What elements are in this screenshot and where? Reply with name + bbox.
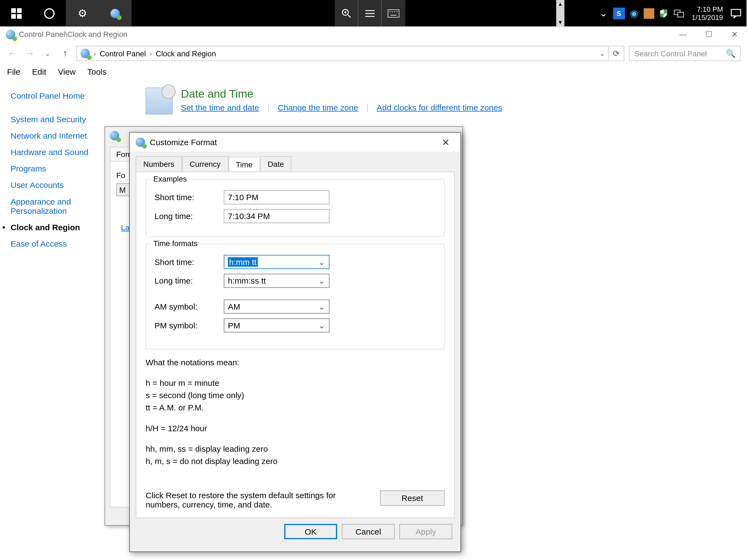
tray-network-icon[interactable]	[673, 7, 685, 19]
long-time-format-select[interactable]: h:mm:ss tt	[224, 274, 330, 288]
accessibility-toolbar	[335, 0, 405, 27]
clock-time: 7:10 PM	[692, 5, 723, 13]
dialog-button-row: OK Cancel Apply	[130, 518, 460, 545]
cortana-button[interactable]	[33, 0, 66, 27]
long-time-example-value: 7:10:34 PM	[224, 209, 330, 223]
tray-eye-icon[interactable]: ◉	[628, 7, 640, 19]
region-dialog-icon	[110, 131, 119, 140]
tab-numbers[interactable]: Numbers	[136, 156, 182, 172]
forward-button[interactable]: →	[24, 48, 36, 59]
sidebar-item-system[interactable]: System and Security	[11, 111, 128, 127]
link-set-time[interactable]: Set the time and date	[181, 103, 259, 112]
action-center-icon[interactable]	[730, 7, 742, 19]
short-time-format-label: Short time:	[154, 257, 224, 266]
svg-rect-19	[660, 13, 664, 17]
address-dropdown-icon[interactable]: ⌄	[600, 50, 605, 57]
tray-chevron-icon[interactable]: ⌄	[598, 7, 610, 19]
short-time-format-select[interactable]: h:mm tt	[224, 255, 330, 269]
ok-button[interactable]: OK	[284, 524, 337, 539]
long-time-format-label: Long time:	[154, 276, 224, 285]
svg-rect-22	[731, 9, 741, 16]
apply-button[interactable]: Apply	[400, 524, 452, 539]
am-symbol-select[interactable]: AM	[224, 299, 330, 314]
address-icon	[80, 49, 90, 58]
menu-edit[interactable]: Edit	[32, 67, 46, 76]
calendar-clock-icon	[146, 87, 173, 114]
examples-fieldset: Examples Short time: 7:10 PM Long time: …	[146, 179, 445, 237]
magnifier-icon[interactable]	[335, 0, 358, 27]
system-tray: ⌄ S ◉ 7:10 PM 1/15/2019	[598, 0, 746, 27]
customize-close-button[interactable]: ✕	[437, 136, 455, 148]
pm-symbol-select[interactable]: PM	[224, 318, 330, 332]
taskbar-clock[interactable]: 7:10 PM 1/15/2019	[688, 5, 726, 21]
window-title-text: Control Panel\Clock and Region	[19, 30, 127, 39]
time-formats-fieldset: Time formats Short time: h:mm tt Long ti…	[146, 244, 445, 350]
minimize-button[interactable]: —	[677, 30, 689, 39]
tray-app-s-icon[interactable]: S	[613, 7, 625, 19]
refresh-button[interactable]: ⟳	[609, 46, 624, 61]
customize-format-dialog: Customize Format ✕ Numbers Currency Time…	[129, 132, 461, 552]
menu-bar: File Edit View Tools	[0, 64, 746, 79]
customize-tabs: Numbers Currency Time Date	[136, 156, 455, 172]
pm-symbol-label: PM symbol:	[154, 321, 224, 330]
svg-rect-2	[11, 14, 16, 18]
breadcrumb-sep: ›	[94, 49, 96, 58]
customize-dialog-icon	[136, 137, 145, 147]
link-change-timezone[interactable]: Change the time zone	[278, 103, 358, 112]
am-symbol-label: AM symbol:	[154, 302, 224, 311]
link-add-clocks[interactable]: Add clocks for different time zones	[377, 103, 502, 112]
category-date-time: Date and Time Set the time and date | Ch…	[146, 87, 736, 114]
cancel-button[interactable]: Cancel	[342, 524, 394, 539]
address-bar[interactable]: › Control Panel › Clock and Region ⌄	[76, 46, 609, 61]
tray-defender-icon[interactable]	[658, 7, 669, 19]
search-input[interactable]: Search Control Panel 🔍	[629, 46, 741, 61]
sidebar-item-home[interactable]: Control Panel Home	[11, 87, 128, 104]
tab-date[interactable]: Date	[260, 156, 291, 172]
long-time-example-label: Long time:	[154, 211, 224, 221]
menu-lines-icon[interactable]	[358, 0, 382, 27]
examples-legend: Examples	[151, 175, 189, 183]
customize-titlebar: Customize Format ✕	[130, 133, 460, 152]
up-button[interactable]: ↑	[59, 48, 72, 59]
short-time-example-value: 7:10 PM	[224, 190, 330, 205]
keyboard-icon[interactable]	[382, 0, 405, 27]
region-app-taskbar-icon[interactable]	[99, 0, 131, 27]
breadcrumb-2[interactable]: Clock and Region	[156, 49, 216, 58]
back-button[interactable]: ←	[6, 48, 19, 59]
svg-rect-12	[388, 9, 399, 17]
tray-app-icon[interactable]	[643, 8, 654, 19]
globe-icon	[110, 8, 120, 18]
notations-heading: What the notations mean:	[146, 357, 445, 369]
search-icon: 🔍	[726, 49, 735, 58]
svg-point-4	[45, 8, 54, 18]
breadcrumb-1[interactable]: Control Panel	[100, 49, 146, 58]
clock-date: 1/15/2019	[692, 13, 723, 21]
svg-rect-3	[17, 14, 22, 18]
explorer-navbar: ← → ⌄ ↑ › Control Panel › Clock and Regi…	[0, 43, 746, 64]
close-button[interactable]: ✕	[729, 30, 741, 39]
menu-view[interactable]: View	[58, 67, 76, 76]
recent-dropdown[interactable]: ⌄	[41, 49, 54, 57]
maximize-button[interactable]: ☐	[703, 30, 715, 39]
menu-tools[interactable]: Tools	[87, 67, 107, 76]
short-time-example-label: Short time:	[154, 193, 224, 202]
tab-time[interactable]: Time	[228, 157, 260, 172]
tab-currency[interactable]: Currency	[182, 156, 228, 172]
svg-rect-0	[11, 8, 16, 12]
customize-body: Examples Short time: 7:10 PM Long time: …	[136, 172, 455, 518]
toolbar-scroll[interactable]: ▲▼	[556, 0, 564, 27]
search-placeholder: Search Control Panel	[634, 49, 707, 58]
settings-taskbar-icon[interactable]: ⚙	[66, 0, 99, 27]
taskbar: ⚙ ▲▼ ⌄ S ◉	[0, 0, 746, 27]
customize-title-text: Customize Format	[150, 137, 217, 147]
category-title[interactable]: Date and Time	[181, 87, 502, 100]
menu-file[interactable]: File	[7, 67, 20, 76]
notations-text: What the notations mean: h = hour m = mi…	[146, 357, 445, 467]
region-language-link[interactable]: La	[121, 223, 129, 232]
reset-description: Click Reset to restore the system defaul…	[146, 490, 368, 509]
svg-rect-18	[663, 9, 667, 13]
start-button[interactable]	[0, 0, 33, 27]
svg-rect-1	[17, 8, 22, 12]
window-titlebar: Control Panel\Clock and Region — ☐ ✕	[0, 27, 746, 43]
reset-button[interactable]: Reset	[380, 490, 445, 506]
